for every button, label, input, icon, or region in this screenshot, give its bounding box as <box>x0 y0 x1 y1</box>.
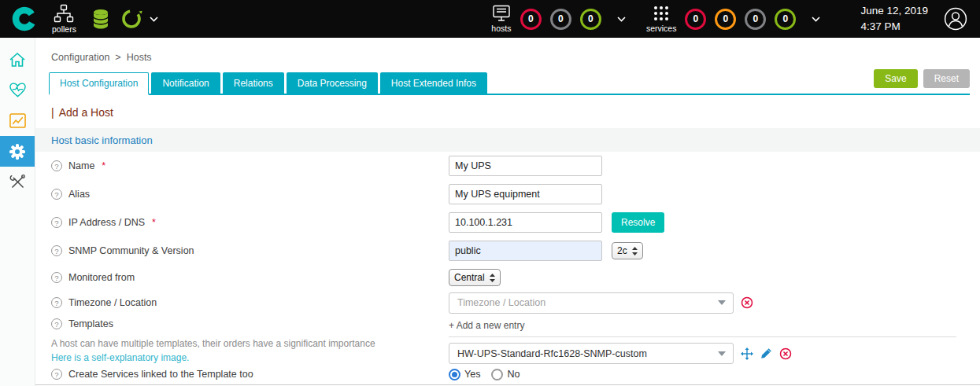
breadcrumb-configuration[interactable]: Configuration <box>51 52 109 63</box>
gear-icon <box>9 143 26 160</box>
breadcrumb-hosts[interactable]: Hosts <box>127 52 152 63</box>
templates-label: Templates <box>68 318 113 329</box>
sidebar-item-administration[interactable] <box>0 167 35 197</box>
templates-help-link[interactable]: Here is a self-explanatory image. <box>51 352 189 363</box>
user-menu[interactable] <box>944 7 967 31</box>
hosts-down-badge[interactable]: 0 <box>520 9 542 30</box>
hosts-unreachable-badge[interactable]: 0 <box>550 9 571 30</box>
snmp-community-input[interactable] <box>449 241 602 261</box>
services-ok-badge[interactable]: 0 <box>775 9 796 30</box>
breadcrumb-separator: > <box>115 52 120 63</box>
poller-export-status[interactable] <box>120 8 142 30</box>
save-button[interactable]: Save <box>874 69 917 88</box>
radio-yes[interactable] <box>449 369 460 380</box>
radio-no[interactable] <box>491 369 503 380</box>
form-row-templates: ? Templates A host can have multiple tem… <box>35 315 980 364</box>
alias-input[interactable] <box>449 184 602 204</box>
section-header: Host basic information <box>35 128 980 152</box>
radio-no-label[interactable]: No <box>507 369 520 380</box>
tab-relations[interactable]: Relations <box>223 72 284 94</box>
dropdown-arrow-icon <box>718 351 726 356</box>
form-row-snmp: ? SNMP Community & Version 2c <box>35 237 980 265</box>
services-critical-badge[interactable]: 0 <box>685 9 706 30</box>
services-icon <box>653 5 670 22</box>
select-spinner-icon <box>632 247 638 255</box>
tab-notification[interactable]: Notification <box>151 72 220 94</box>
add-template-link[interactable]: + Add a new entry <box>449 320 524 331</box>
sidebar-item-home[interactable] <box>0 44 35 75</box>
form-actions: Save Reset <box>874 69 970 88</box>
top-bar: pollers hosts 0 0 0 <box>0 0 980 38</box>
clock: June 12, 2019 4:37 PM <box>860 3 928 35</box>
required-asterisk: * <box>152 217 156 228</box>
form-row-alias: ? Alias <box>35 180 980 208</box>
user-icon <box>944 7 967 31</box>
name-input[interactable] <box>449 156 602 176</box>
tab-host-extended-infos[interactable]: Host Extended Infos <box>380 72 487 94</box>
services-menu[interactable]: services <box>646 5 677 33</box>
monitored-from-label: Monitored from <box>68 272 135 283</box>
delete-circle-icon <box>741 296 753 309</box>
time-text: 4:37 PM <box>860 19 928 35</box>
help-icon[interactable]: ? <box>51 369 62 380</box>
monitored-from-select[interactable]: Central <box>449 269 501 286</box>
tools-icon <box>9 174 26 190</box>
poller-database-status[interactable] <box>92 9 109 30</box>
centreon-c-icon <box>11 6 38 32</box>
template-edit-button[interactable] <box>760 347 772 359</box>
template-delete-button[interactable] <box>779 347 792 360</box>
hosts-menu[interactable]: hosts <box>491 5 512 33</box>
home-icon <box>9 52 26 68</box>
radio-yes-label[interactable]: Yes <box>464 369 480 380</box>
tab-bar: Host Configuration Notification Relation… <box>49 72 970 95</box>
snmp-version-value: 2c <box>617 245 627 256</box>
sidebar-item-reporting[interactable] <box>0 105 35 136</box>
help-icon[interactable]: ? <box>51 272 62 283</box>
template-move-button[interactable] <box>741 347 753 360</box>
help-icon[interactable]: ? <box>51 318 62 329</box>
form-row-monitored-from: ? Monitored from Central <box>35 265 980 290</box>
pollers-chevron-down-icon[interactable] <box>150 17 158 22</box>
reset-button[interactable]: Reset <box>923 69 970 88</box>
heart-pulse-icon <box>9 82 27 98</box>
help-icon[interactable]: ? <box>51 189 62 200</box>
tab-data-processing[interactable]: Data Processing <box>287 72 378 94</box>
pollers-menu[interactable]: pollers <box>52 4 76 34</box>
services-warning-badge[interactable]: 0 <box>715 9 736 30</box>
services-unknown-badge[interactable]: 0 <box>745 9 766 30</box>
page-title-text: Add a Host <box>59 106 113 119</box>
move-icon <box>741 347 753 360</box>
resolve-button[interactable]: Resolve <box>612 212 664 233</box>
ip-label: IP Address / DNS <box>68 217 145 228</box>
help-icon[interactable]: ? <box>51 217 62 228</box>
sidebar-item-monitoring[interactable] <box>0 75 35 105</box>
snmp-label: SNMP Community & Version <box>68 245 194 256</box>
help-icon[interactable]: ? <box>51 245 62 256</box>
chart-icon <box>9 112 27 129</box>
hosts-up-badge[interactable]: 0 <box>580 9 601 30</box>
page-title: |Add a Host <box>51 106 980 119</box>
timezone-clear-button[interactable] <box>741 296 753 309</box>
form-row-timezone: ? Timezone / Location Timezone / Locatio… <box>35 290 980 315</box>
template-entry: HW-UPS-Standard-Rfc1628-SNMP-custom <box>449 343 956 364</box>
main-content: Configuration > Hosts Host Configuration… <box>35 38 980 386</box>
tab-host-configuration[interactable]: Host Configuration <box>49 72 149 95</box>
dropdown-arrow-icon <box>718 300 726 305</box>
services-chevron-down-icon[interactable] <box>812 17 820 22</box>
snmp-version-select[interactable]: 2c <box>612 242 643 259</box>
templates-add-row: + Add a new entry <box>449 318 956 337</box>
hosts-chevron-down-icon[interactable] <box>617 17 626 22</box>
pencil-icon <box>760 347 772 359</box>
ip-input[interactable] <box>449 212 602 233</box>
help-icon[interactable]: ? <box>51 160 62 171</box>
services-label: services <box>646 24 677 33</box>
monitored-from-value: Central <box>454 272 485 283</box>
help-icon[interactable]: ? <box>51 297 62 308</box>
centreon-logo[interactable] <box>11 6 38 32</box>
timezone-label: Timezone / Location <box>68 297 157 308</box>
database-icon <box>92 9 109 30</box>
pollers-icon <box>54 4 74 23</box>
timezone-select[interactable]: Timezone / Location <box>449 292 734 314</box>
sidebar-item-configuration[interactable] <box>0 136 35 167</box>
template-select[interactable]: HW-UPS-Standard-Rfc1628-SNMP-custom <box>449 343 734 364</box>
